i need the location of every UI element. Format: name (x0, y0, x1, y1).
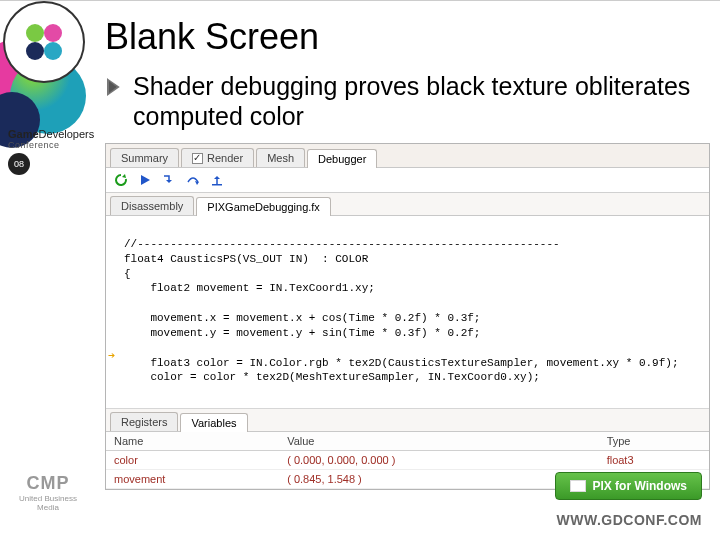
code-line: float4 CausticsPS(VS_OUT IN) : COLOR (124, 253, 368, 265)
slide-content: Blank Screen Shader debugging proves bla… (105, 10, 710, 530)
step-over-icon[interactable] (184, 171, 202, 189)
bullet-text: Shader debugging proves black texture ob… (133, 72, 710, 131)
bottom-tab-bar: Registers Variables (106, 408, 709, 432)
step-into-icon[interactable] (160, 171, 178, 189)
var-value: ( 0.845, 1.548 ) (279, 470, 598, 489)
debugger-panel: Summary Render Mesh Debugger (105, 143, 710, 490)
pix-label: PIX for Windows (592, 479, 687, 493)
table-header-row: Name Value Type (106, 432, 709, 451)
bullet-row: Shader debugging proves black texture ob… (105, 72, 710, 131)
col-type: Type (599, 432, 709, 451)
svg-point-0 (0, 38, 62, 122)
sub-tab-bar: Disassembly PIXGameDebugging.fx (106, 193, 709, 216)
code-line: //--------------------------------------… (124, 238, 560, 250)
top-tab-bar: Summary Render Mesh Debugger (106, 144, 709, 168)
var-name: movement (106, 470, 279, 489)
tab-render[interactable]: Render (181, 148, 254, 167)
tab-disassembly[interactable]: Disassembly (110, 196, 194, 215)
svg-point-1 (10, 58, 86, 134)
svg-point-7 (44, 42, 62, 60)
play-icon[interactable] (136, 171, 154, 189)
tab-source-file[interactable]: PIXGameDebugging.fx (196, 197, 331, 216)
refresh-icon[interactable] (112, 171, 130, 189)
svg-point-3 (4, 2, 84, 82)
arrow-current-line-icon: ➔ (108, 348, 115, 364)
tab-debugger[interactable]: Debugger (307, 149, 377, 168)
col-name: Name (106, 432, 279, 451)
var-value: ( 0.000, 0.000, 0.000 ) (279, 451, 598, 470)
gdc-logo-game: Game (8, 128, 39, 140)
step-out-icon[interactable] (208, 171, 226, 189)
code-line: movement.x = movement.x + cos(Time * 0.2… (124, 312, 480, 324)
debug-toolbar (106, 168, 709, 193)
tab-mesh[interactable]: Mesh (256, 148, 305, 167)
tab-variables[interactable]: Variables (180, 413, 247, 432)
code-line: movement.y = movement.y + sin(Time * 0.3… (124, 327, 480, 339)
chevron-right-icon (105, 78, 123, 96)
code-view: //--------------------------------------… (106, 216, 709, 408)
code-line: { (124, 268, 131, 280)
svg-rect-8 (212, 184, 222, 186)
gdconf-url: WWW.GDCONF.COM (557, 512, 702, 528)
code-line: float2 movement = IN.TexCoord1.xy; (124, 282, 375, 294)
pix-badge: PIX for Windows (555, 472, 702, 500)
gdc-logo-dev: Developers (39, 128, 95, 140)
render-checkbox-icon (192, 153, 203, 164)
cmp-sub: United Business Media (18, 494, 78, 512)
tab-summary[interactable]: Summary (110, 148, 179, 167)
cmp-mark: CMP (18, 473, 78, 494)
svg-point-5 (44, 24, 62, 42)
code-line: float3 color = IN.Color.rgb * tex2D(Caus… (124, 357, 679, 369)
var-type: float3 (599, 451, 709, 470)
col-value: Value (279, 432, 598, 451)
var-name: color (106, 451, 279, 470)
tab-render-label: Render (207, 152, 243, 164)
gdc-logo: GameDevelopers Conference 08 (8, 128, 86, 175)
svg-point-4 (26, 24, 44, 42)
tab-registers[interactable]: Registers (110, 412, 178, 431)
flag-icon (570, 480, 586, 492)
side-decoration (0, 0, 92, 540)
gdc-logo-conf: Conference (8, 140, 60, 150)
svg-point-6 (26, 42, 44, 60)
cmp-logo: CMP United Business Media (18, 473, 78, 512)
code-line: color = color * tex2D(MeshTextureSampler… (124, 371, 540, 383)
table-row: color ( 0.000, 0.000, 0.000 ) float3 (106, 451, 709, 470)
slide-title: Blank Screen (105, 16, 710, 58)
